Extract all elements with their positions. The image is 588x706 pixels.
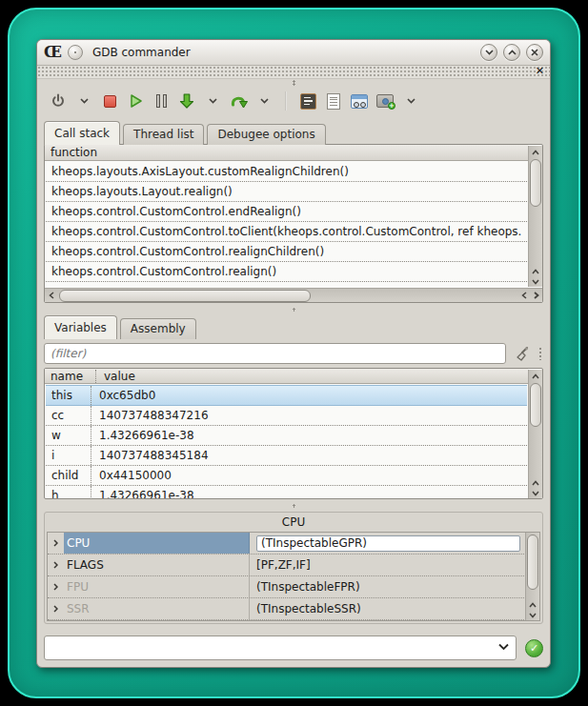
tab-call-stack[interactable]: Call stack [44,121,120,145]
broom-icon [514,346,531,362]
var-value: 140737488347216 [91,406,527,425]
snapshot-button[interactable]: + [374,90,396,112]
step-over-menu-button[interactable] [253,90,275,112]
scroll-left-icon[interactable] [45,289,58,303]
register-name: FPU [64,576,250,597]
watch-icon [351,94,368,109]
table-row[interactable]: h 1.43266961e-38 [46,486,527,498]
register-value-editor[interactable]: (TInspectableGPR) [256,535,520,552]
column-function: function [51,146,97,159]
cpu-view-button[interactable] [296,90,319,112]
continue-button[interactable] [124,90,147,112]
register-value: (TInspectableFPR) [250,576,524,597]
step-over-button[interactable] [227,90,250,112]
titlebar[interactable]: Œ GDB commander [37,40,550,66]
tab-variables[interactable]: Variables [44,315,117,339]
tab-debugee-options[interactable]: Debugee options [207,124,325,145]
var-name: h [46,486,91,498]
cpu-vscrollbar[interactable] [525,533,539,620]
table-row[interactable]: w 1.43266961e-38 [46,426,527,446]
play-icon [129,93,143,109]
pause-button[interactable] [150,90,172,112]
table-row[interactable]: kheops.layouts.AxisLayout.customRealignC… [46,162,527,182]
scroll-up-icon[interactable] [529,146,542,158]
restore-button[interactable] [503,44,520,61]
scroll-down-icon[interactable] [529,488,542,498]
var-value: 1.43266961e-38 [91,426,527,445]
gdb-command-combobox[interactable] [44,635,517,660]
close-window-button[interactable] [526,44,543,61]
tab-assembly[interactable]: Assembly [120,318,196,339]
power-button[interactable] [47,90,70,112]
scroll-down-icon[interactable] [529,276,542,287]
splitter-handle[interactable] [37,499,550,512]
var-name: child [46,466,91,485]
grip-dots-icon [293,504,295,508]
table-row[interactable]: kheops.control.CustomControl.endRealign(… [46,202,527,222]
scroll-thumb[interactable] [527,535,538,590]
expand-chevron-icon[interactable] [48,533,64,554]
table-row[interactable]: child 0x44150000 [46,466,527,486]
table-row[interactable]: kheops.layouts.Layout.realign() [46,182,527,202]
step-into-button[interactable] [175,90,198,112]
call-stack-header[interactable]: function [45,145,528,161]
table-row[interactable]: CPU (TInspectableGPR) [48,533,524,555]
scroll-thumb[interactable] [530,383,541,427]
send-command-button[interactable]: ✓ [525,639,543,657]
expand-chevron-icon[interactable] [48,576,64,597]
call-stack-table: function kheops.layouts.AxisLayout.custo… [44,144,543,303]
var-value: 1.43266961e-38 [91,486,527,498]
call-stack-hscrollbar[interactable] [45,288,542,302]
chevron-down-icon [80,98,89,104]
register-value-cell[interactable]: (TInspectableGPR) [250,533,524,554]
scroll-up-icon[interactable] [529,370,542,382]
scroll-thumb[interactable] [530,159,541,207]
variables-header[interactable]: name value [45,369,528,384]
table-row[interactable]: kheops.control.CustomControl.realignChil… [46,242,527,262]
chevron-down-icon[interactable] [498,643,509,651]
power-menu-button[interactable] [72,90,95,112]
register-name: SSR [64,598,250,619]
variables-filter-row [44,342,543,365]
chevron-down-icon [407,98,416,104]
scroll-up-icon[interactable] [529,266,542,276]
splitter-handle[interactable] [37,303,550,315]
cpu-panel-title: CPU [45,513,542,532]
watch-window-button[interactable] [348,90,371,112]
variables-vscrollbar[interactable] [528,370,542,498]
call-stack-vscrollbar[interactable] [528,146,542,287]
expand-chevron-icon[interactable] [48,598,64,619]
window-menu-button[interactable] [68,45,83,60]
scroll-right-icon[interactable] [531,289,542,303]
scroll-down-icon[interactable] [526,610,539,620]
hscroll-track[interactable] [59,290,517,302]
scroll-up-icon[interactable] [526,599,539,610]
window-title: GDB commander [92,46,191,59]
step-into-menu-button[interactable] [201,90,224,112]
table-row[interactable]: kheops.control.CustomControl.toClient(kh… [46,222,527,242]
dock-titlebar[interactable]: ✕ [37,66,550,79]
scroll-thumb[interactable] [59,290,311,302]
scroll-left-icon[interactable] [517,289,531,303]
table-row[interactable]: FPU (TInspectableFPR) [48,576,524,598]
register-value: (TInspectableSSR) [250,598,524,619]
table-row[interactable]: this 0xc65db0 [46,385,527,406]
snapshot-menu-button[interactable] [399,90,422,112]
dock-close-button[interactable]: ✕ [536,65,544,77]
shade-button[interactable] [480,44,497,61]
clear-filter-button[interactable] [511,343,534,364]
output-button[interactable] [322,90,345,112]
tab-thread-list[interactable]: Thread list [123,124,204,145]
expand-chevron-icon[interactable] [48,555,64,575]
scroll-up-icon[interactable] [529,477,542,488]
dock-grip[interactable] [37,79,550,87]
table-row[interactable]: i 140737488345184 [46,446,527,466]
filter-input[interactable] [44,343,506,364]
table-row[interactable]: kheops.control.CustomControl.realign() [46,262,527,282]
table-row[interactable]: FLAGS [PF,ZF,IF] [48,555,524,576]
table-row[interactable]: cc 140737488347216 [46,406,527,426]
grip-dots-icon [293,308,295,312]
panel-grip[interactable] [538,347,543,360]
stop-button[interactable] [98,90,121,112]
table-row[interactable]: SSR (TInspectableSSR) [48,598,524,620]
